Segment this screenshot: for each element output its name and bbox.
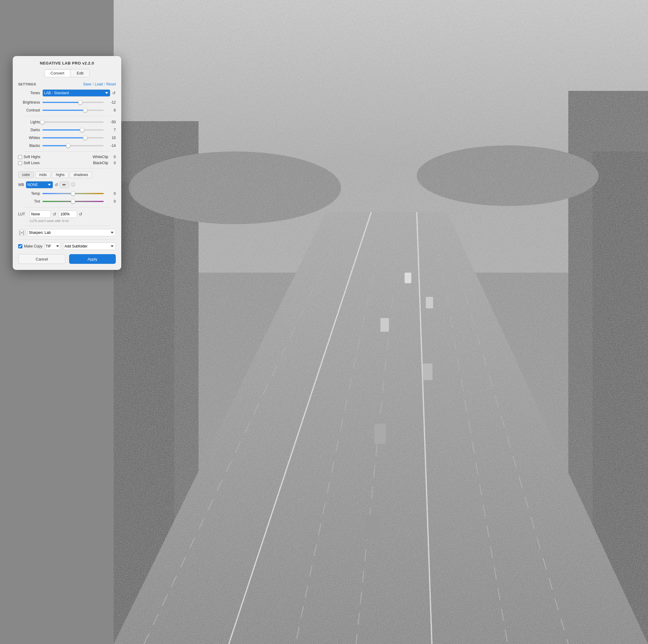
settings-section: SETTINGS Save / Load / Reset Tones LAB -… [13,82,121,236]
whites-row: Whites 10 [18,135,116,140]
clip-row-1: Soft Highs WhiteClip 0 [18,155,116,159]
blacks-slider[interactable] [43,143,104,149]
apply-button[interactable]: Apply [69,254,116,264]
brightness-slider[interactable] [43,100,104,105]
soft-lows-label: Soft Lows [23,161,40,165]
svg-rect-19 [374,424,386,444]
panel: NEGATIVE LAB PRO v2.2.0 Convert Edit SET… [13,56,121,270]
sharpen-row: [+] Sharpen: Lab Sharpen: Lum None [18,229,116,236]
white-clip-value: 0 [110,155,116,159]
lut-row: LUT None ↺ 100% 75% 50% ↺ [18,211,116,218]
darks-value: 7 [106,128,116,132]
lights-slider[interactable] [43,119,104,125]
wb-select[interactable]: NONE AUTO DAYLIGHT [26,181,53,188]
panel-title: NEGATIVE LAB PRO v2.2.0 [13,56,121,69]
eyedropper-icon: ✏ [62,182,66,187]
lut-percent-refresh-icon[interactable]: ↺ [79,212,83,217]
divider-3 [23,168,110,168]
lut-label: LUT [18,212,28,216]
whites-label: Whites [18,136,40,140]
wb-refresh-icon[interactable]: ↺ [55,182,58,187]
soft-highs-checkbox[interactable] [18,155,22,159]
tones-label: Tones [18,91,40,95]
tones-row: Tones LAB - Standard LAB - Soft LAB - Li… [18,90,116,97]
tab-row: Convert Edit [13,69,121,77]
tones-select[interactable]: LAB - Standard LAB - Soft LAB - Linear [43,90,110,97]
format-select[interactable]: TIF JPG DNG [45,243,61,250]
color-tab-mids[interactable]: mids [35,171,51,178]
convert-tab[interactable]: Convert [44,69,71,77]
tint-value: 0 [106,199,116,203]
tint-label: Tint [18,199,40,203]
clip-row-2: Soft Lows BlackClip 0 [18,161,116,165]
black-clip-label: BlackClip [93,161,108,165]
info-icon[interactable]: ⓘ [71,182,75,187]
darks-slider[interactable] [43,127,104,133]
settings-links: Save / Load / Reset [83,82,116,86]
brightness-label: Brightness [18,100,40,105]
wb-label: WB [18,183,24,187]
lights-label: Lights [18,120,40,124]
make-copy-checkbox[interactable] [18,244,22,248]
brightness-row: Brightness -12 [18,100,116,105]
edit-tab[interactable]: Edit [70,69,90,77]
svg-rect-21 [404,273,411,283]
add-sharpen-button[interactable]: [+] [18,229,25,236]
soft-highs-item: Soft Highs [18,155,40,159]
whites-value: 10 [106,136,116,140]
color-tabs: color mids highs shadows [18,171,116,178]
lut-select[interactable]: None [30,211,51,218]
lut-refresh-icon[interactable]: ↺ [53,212,56,217]
contrast-row: Contrast 6 [18,108,116,113]
eyedropper-button[interactable]: ✏ [59,181,69,188]
lights-value: -50 [106,120,116,124]
white-clip-label: WhiteClip [93,155,108,159]
svg-rect-22 [426,297,433,308]
whites-slider[interactable] [43,135,104,140]
soft-lows-item: Soft Lows [18,161,40,165]
make-copy-label: Make Copy [18,244,43,248]
black-clip-item: BlackClip 0 [93,161,116,165]
lut-warning: LUTs won't work with 'b+w' [18,219,116,223]
blacks-label: Blacks [18,143,40,148]
brightness-value: -12 [106,100,116,105]
divider-2 [23,152,110,152]
color-tab-shadows[interactable]: shadows [70,171,92,178]
svg-rect-20 [365,515,380,539]
divider-1 [23,116,110,116]
tint-row: Tint 0 [18,199,116,204]
lut-percent: 100% 75% 50% ↺ [59,211,83,218]
temp-row: Temp 0 [18,191,116,196]
soft-highs-label: Soft Highs [23,155,40,159]
contrast-label: Contrast [18,108,40,112]
darks-label: Darks [18,128,40,132]
cancel-button[interactable]: Cancel [18,254,65,264]
subfolder-select[interactable]: Add Subfolder [63,243,116,250]
lut-percent-select[interactable]: 100% 75% 50% [59,211,77,218]
settings-label: SETTINGS [18,82,36,86]
contrast-value: 6 [106,108,116,112]
sharpen-select[interactable]: Sharpen: Lab Sharpen: Lum None [27,229,116,236]
reset-link[interactable]: Reset [106,82,116,86]
save-link[interactable]: Save [83,82,91,86]
black-clip-value: 0 [110,161,116,165]
contrast-slider[interactable] [43,108,104,113]
blacks-value: -14 [106,143,116,148]
temp-value: 0 [106,191,116,196]
action-row: Cancel Apply [13,254,121,264]
load-link[interactable]: Load [95,82,103,86]
color-tab-highs[interactable]: highs [52,171,68,178]
divider-5 [23,226,110,226]
soft-lows-checkbox[interactable] [18,161,22,165]
svg-rect-18 [423,363,433,380]
temp-label: Temp [18,191,40,196]
color-tab-color[interactable]: color [18,171,34,178]
darks-row: Darks 7 [18,127,116,133]
settings-header: SETTINGS Save / Load / Reset [18,82,116,86]
white-clip-item: WhiteClip 0 [93,155,116,159]
lights-row: Lights -50 [18,119,116,125]
divider-4 [23,207,110,208]
tint-slider[interactable] [43,199,104,204]
temp-slider[interactable] [43,191,104,196]
tones-refresh-icon[interactable]: ↺ [112,91,116,96]
